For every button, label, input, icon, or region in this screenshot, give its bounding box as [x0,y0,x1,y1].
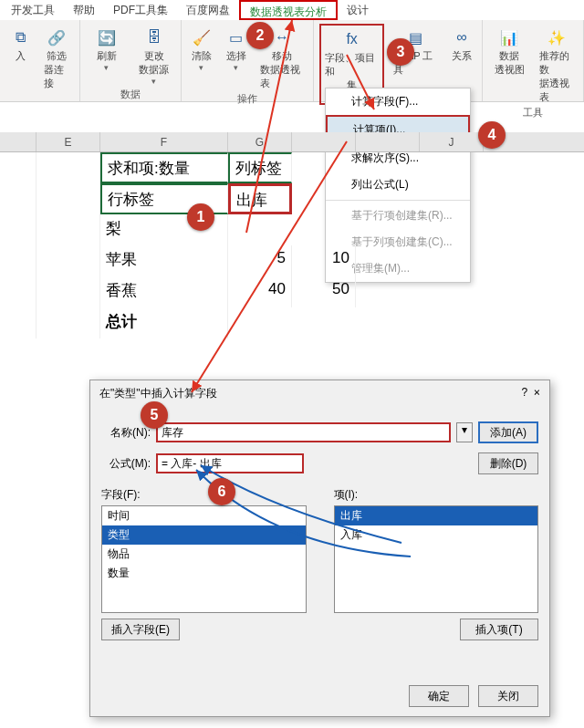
field-item[interactable]: 时间 [102,506,306,525]
name-label: 名称(N): [101,425,151,441]
formula-label: 公式(M): [101,456,151,472]
filter-icon: ⧉ [8,26,32,49]
pivot-out-col[interactable]: 出库 [228,183,292,214]
spreadsheet: E F G J 求和项:数量 列标签 行标签 出库 梨 苹果 5 10 香蕉 4… [0,132,584,338]
slicer-connect-button[interactable]: 🔗筛选器连接 [40,24,74,92]
recommended-button[interactable]: ✨推荐的数据透视表 [536,24,578,106]
col-f[interactable]: F [100,132,228,151]
change-source-button[interactable]: 🗄更改数据源▾ [133,24,175,88]
group-label-ops: 操作 [237,92,257,106]
fields-listbox[interactable]: 时间 类型 物品 数量 [101,505,307,613]
col-j[interactable]: J [420,132,484,151]
insert-field-button[interactable]: 插入字段(E) [101,619,180,640]
close-dialog-button[interactable]: 关闭 [478,685,538,707]
marker-2: 2 [246,22,274,49]
rel-icon: ∞ [450,26,474,49]
pivot-corner[interactable]: 求和项:数量 [100,152,228,183]
tab-dev[interactable]: 开发工具 [2,0,64,20]
tab-baidu[interactable]: 百度网盘 [177,0,239,20]
menu-calc-field[interactable]: 计算字段(F)... [326,88,470,115]
name-input[interactable] [156,422,451,442]
slicer-icon: 🔗 [45,26,68,49]
item-row[interactable]: 出库 [335,506,538,525]
select-icon: ▭ [224,26,248,49]
help-button[interactable]: ? [521,386,527,399]
add-button[interactable]: 添加(A) [478,421,538,443]
chart-icon: 📊 [497,26,521,49]
field-item[interactable]: 类型 [102,525,306,545]
cell-apple-out[interactable]: 5 [228,245,292,276]
pivotchart-button[interactable]: 📊数据透视图 [488,24,530,106]
filter-button[interactable]: ⧉入 [5,24,35,92]
row-total[interactable]: 总计 [100,307,228,338]
formula-input[interactable] [156,453,304,473]
marker-3: 3 [387,38,414,66]
row-apple[interactable]: 苹果 [100,245,228,276]
group-label-data: 数据 [120,88,141,101]
refresh-button[interactable]: 🔄刷新▾ [86,24,128,88]
marker-1: 1 [187,203,214,231]
insert-item-button[interactable]: 插入项(T) [460,619,538,640]
marker-4: 4 [478,121,506,149]
items-list-label: 项(I): [334,487,539,503]
dialog-title: 在"类型"中插入计算字段 [99,386,217,401]
field-item[interactable]: 物品 [102,545,306,564]
name-dropdown-button[interactable]: ▾ [456,422,473,442]
ok-button[interactable]: 确定 [409,685,469,707]
datasource-icon: 🗄 [142,26,166,49]
ribbon: ⧉入 🔗筛选器连接 🔄刷新▾ 🗄更改数据源▾ 数据 🧹清除▾ ▭选择▾ ↔移动数… [0,20,584,102]
fields-list-label: 字段(F): [101,487,307,503]
col-e[interactable]: E [36,132,100,151]
cell-banana-out[interactable]: 40 [228,276,292,307]
ribbon-tabs: 开发工具 帮助 PDF工具集 百度网盘 数据透视表分析 设计 [0,0,584,20]
tab-design[interactable]: 设计 [338,0,378,20]
clear-button[interactable]: 🧹清除▾ [187,24,216,92]
col-g[interactable]: G [228,132,292,151]
refresh-icon: 🔄 [95,26,119,49]
fx-icon: fx [340,27,364,51]
items-listbox[interactable]: 出库 入库 [334,505,539,613]
group-label-tools: 工具 [523,106,543,120]
marker-6: 6 [208,478,235,505]
pivot-col-label[interactable]: 列标签 [228,152,292,183]
rec-icon: ✨ [545,26,568,49]
tab-pdf[interactable]: PDF工具集 [104,0,177,20]
marker-5: 5 [141,401,168,429]
delete-button[interactable]: 删除(D) [478,452,538,474]
cell-banana-in[interactable]: 50 [292,276,356,307]
tab-help[interactable]: 帮助 [64,0,104,20]
tab-pivot-analyze[interactable]: 数据透视表分析 [239,0,338,20]
cell-apple-in[interactable]: 10 [292,245,356,276]
row-banana[interactable]: 香蕉 [100,276,228,307]
close-button[interactable]: × [534,386,540,399]
item-row[interactable]: 入库 [335,525,538,545]
chevron-down-icon: ▾ [104,63,109,72]
clear-icon: 🧹 [190,26,214,49]
field-item[interactable]: 数量 [102,564,306,583]
insert-calc-item-dialog: 在"类型"中插入计算字段 ? × 名称(N): ▾ 添加(A) 公式(M): 删… [89,380,550,717]
